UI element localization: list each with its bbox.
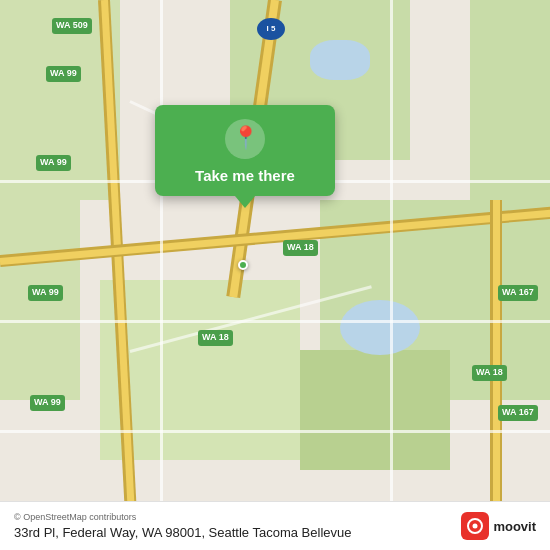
highway-badge-99-3: WA 99: [28, 285, 63, 301]
road: [0, 320, 550, 323]
popup-icon-container: 📍: [225, 119, 265, 159]
highway-badge-167-2: WA 167: [498, 405, 538, 421]
moovit-icon: [461, 512, 489, 540]
moovit-logo: moovit: [461, 512, 536, 540]
take-me-there-button[interactable]: Take me there: [195, 167, 295, 184]
water-area: [340, 300, 420, 355]
green-area: [470, 0, 550, 300]
moovit-logo-svg: [466, 517, 484, 535]
popup-card: 📍 Take me there: [155, 105, 335, 196]
svg-point-1: [473, 524, 478, 529]
road: [0, 430, 550, 433]
highway-badge-18-1: WA 18: [283, 240, 318, 256]
water-area: [310, 40, 370, 80]
highway-badge-99-2: WA 99: [36, 155, 71, 171]
address-text: 33rd Pl, Federal Way, WA 98001, Seattle …: [14, 525, 351, 540]
highway-badge-18-2: WA 18: [198, 330, 233, 346]
location-pin-icon: 📍: [232, 127, 259, 149]
bottom-info: © OpenStreetMap contributors 33rd Pl, Fe…: [14, 512, 351, 540]
highway-badge-18-3: WA 18: [472, 365, 507, 381]
highway-badge-167-1: WA 167: [498, 285, 538, 301]
road: [160, 0, 163, 550]
map-pin-dot: [238, 260, 248, 270]
highway-badge-i5: I 5: [257, 18, 285, 40]
highway-badge-99-4: WA 99: [30, 395, 65, 411]
highway-badge-509: WA 509: [52, 18, 92, 34]
green-area: [300, 350, 450, 470]
highway-badge-99-1: WA 99: [46, 66, 81, 82]
moovit-text: moovit: [493, 519, 536, 534]
bottom-bar: © OpenStreetMap contributors 33rd Pl, Fe…: [0, 501, 550, 550]
map-container: WA 509 I 5 WA 99 WA 99 WA 99 WA 99 WA 18…: [0, 0, 550, 550]
road: [390, 0, 393, 550]
copyright-text: © OpenStreetMap contributors: [14, 512, 351, 522]
